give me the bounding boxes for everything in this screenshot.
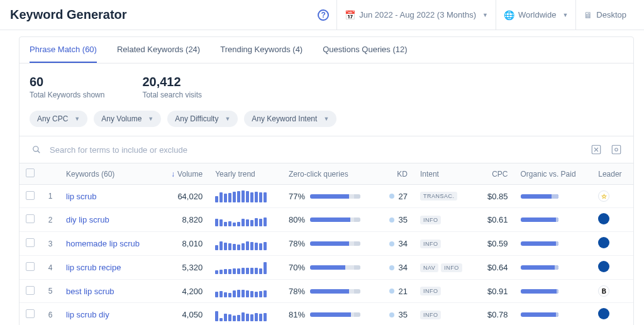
- zero-click-bar: [310, 218, 360, 222]
- summary-total-visits: 20,412 Total search visits: [142, 75, 202, 99]
- summary-value: 20,412: [142, 75, 202, 89]
- organic-vs-paid-bar: [521, 218, 558, 222]
- date-range-selector[interactable]: 📅 Jun 2022 - Aug 2022 (3 Months) ▼: [336, 0, 496, 30]
- kd-value: 35: [398, 215, 407, 224]
- col-trend[interactable]: Yearly trend: [209, 163, 282, 185]
- kd-dot-icon: [389, 265, 394, 270]
- summary-label: Total search visits: [142, 91, 202, 99]
- zero-click-pct: 77%: [289, 192, 305, 201]
- volume-value: 5,320: [158, 256, 209, 280]
- export-excel-icon[interactable]: [589, 143, 603, 157]
- table-row: 4lip scrub recipe5,32070%34NAVINFO$0.64: [19, 256, 633, 280]
- search-input[interactable]: [50, 145, 583, 155]
- leader-icon[interactable]: [598, 237, 609, 248]
- keyword-link[interactable]: diy lip scrub: [66, 215, 109, 224]
- tab-1[interactable]: Related Keywords (24): [117, 37, 200, 63]
- chevron-down-icon: ▼: [562, 12, 568, 18]
- kd-value: 27: [398, 192, 407, 201]
- row-checkbox[interactable]: [26, 214, 35, 223]
- leader-icon[interactable]: [598, 261, 609, 272]
- row-checkbox[interactable]: [26, 191, 35, 200]
- intent-badges: INFO: [420, 216, 470, 224]
- zero-click-bar: [310, 289, 360, 294]
- kd-cell: 21: [385, 287, 408, 296]
- col-zero[interactable]: Zero-click queries: [282, 163, 379, 185]
- zero-click-pct: 78%: [289, 287, 305, 296]
- zero-click-pct: 70%: [289, 263, 305, 272]
- keyword-link[interactable]: lip scrub diy: [66, 310, 109, 319]
- cpc-value: $0.85: [476, 185, 514, 208]
- filter-pill-0[interactable]: Any CPC▼: [30, 111, 87, 127]
- zero-click-cell: 77%: [289, 192, 372, 201]
- help-icon[interactable]: ?: [318, 9, 329, 21]
- svg-rect-3: [612, 145, 621, 154]
- tab-0[interactable]: Phrase Match (60): [30, 37, 97, 63]
- summary-label: Total Keywords shown: [30, 91, 104, 99]
- kd-dot-icon: [389, 289, 394, 294]
- col-keywords[interactable]: Keywords (60): [60, 163, 158, 185]
- intent-badge: INFO: [420, 311, 441, 319]
- select-all-checkbox[interactable]: [26, 168, 35, 177]
- settings-columns-icon[interactable]: [609, 143, 623, 157]
- kd-value: 34: [398, 239, 407, 248]
- cpc-value: $0.91: [476, 280, 514, 303]
- zero-click-bar: [310, 312, 360, 317]
- chevron-down-icon: ▼: [323, 116, 329, 122]
- intent-badge: TRANSAC.: [420, 192, 458, 201]
- filter-pill-2[interactable]: Any Difficulty▼: [167, 111, 238, 127]
- intent-badge: NAV: [420, 263, 438, 272]
- col-leader[interactable]: Leader: [592, 163, 633, 185]
- filter-pill-3[interactable]: Any Keyword Intent▼: [244, 111, 336, 127]
- leader-icon[interactable]: [598, 308, 609, 319]
- keyword-link[interactable]: homemade lip scrub: [66, 239, 140, 248]
- col-intent[interactable]: Intent: [414, 163, 476, 185]
- keyword-link[interactable]: best lip scrub: [66, 287, 114, 296]
- region-selector[interactable]: 🌐 Worldwide ▼: [496, 0, 575, 30]
- row-checkbox[interactable]: [26, 286, 35, 295]
- volume-value: 4,200: [158, 280, 209, 303]
- svg-point-4: [615, 148, 618, 151]
- kd-cell: 35: [385, 310, 408, 319]
- intent-badge: INFO: [420, 216, 441, 224]
- row-index: 4: [41, 256, 60, 280]
- tab-2[interactable]: Trending Keywords (4): [220, 37, 303, 63]
- svg-point-0: [33, 146, 38, 151]
- zero-click-bar: [310, 194, 360, 199]
- col-volume[interactable]: ↓Volume: [158, 163, 209, 185]
- chevron-down-icon: ▼: [225, 116, 230, 122]
- volume-value: 8,010: [158, 232, 209, 256]
- device-selector[interactable]: 🖥 Desktop: [575, 0, 634, 30]
- zero-click-bar: [310, 241, 360, 246]
- trend-sparkline: [215, 309, 276, 321]
- kd-dot-icon: [389, 241, 394, 246]
- table-row: 5best lip scrub4,20078%21INFO$0.91B: [19, 280, 633, 303]
- zero-click-cell: 78%: [289, 287, 372, 296]
- filter-pill-1[interactable]: Any Volume▼: [94, 111, 161, 127]
- zero-click-bar: [310, 265, 360, 270]
- region-label: Worldwide: [518, 10, 556, 19]
- page-title: Keyword Generator: [10, 8, 318, 22]
- keyword-link[interactable]: lip scrub recipe: [66, 263, 121, 272]
- row-checkbox[interactable]: [26, 238, 35, 247]
- svg-line-1: [38, 151, 40, 153]
- col-kd[interactable]: KD: [379, 163, 414, 185]
- search-icon: [30, 143, 43, 157]
- keyword-link[interactable]: lip scrub: [66, 192, 96, 201]
- leader-icon[interactable]: [598, 213, 609, 224]
- tab-3[interactable]: Questions Queries (12): [323, 37, 407, 63]
- zero-click-pct: 78%: [289, 239, 305, 248]
- tabs: Phrase Match (60)Related Keywords (24)Tr…: [19, 37, 633, 63]
- zero-click-pct: 80%: [289, 215, 305, 224]
- col-ovp[interactable]: Organic vs. Paid: [514, 163, 592, 185]
- sort-desc-icon: ↓: [171, 170, 175, 179]
- table-row: 6lip scrub diy4,05081%35INFO$0.78: [19, 303, 633, 326]
- leader-icon[interactable]: B: [598, 285, 609, 297]
- organic-vs-paid-bar: [521, 289, 558, 294]
- volume-value: 8,820: [158, 208, 209, 232]
- row-checkbox[interactable]: [26, 262, 35, 271]
- leader-icon[interactable]: ☆: [598, 190, 609, 202]
- kd-cell: 34: [385, 263, 408, 272]
- row-checkbox[interactable]: [26, 309, 35, 318]
- kd-value: 21: [398, 287, 407, 296]
- col-cpc[interactable]: CPC: [476, 163, 514, 185]
